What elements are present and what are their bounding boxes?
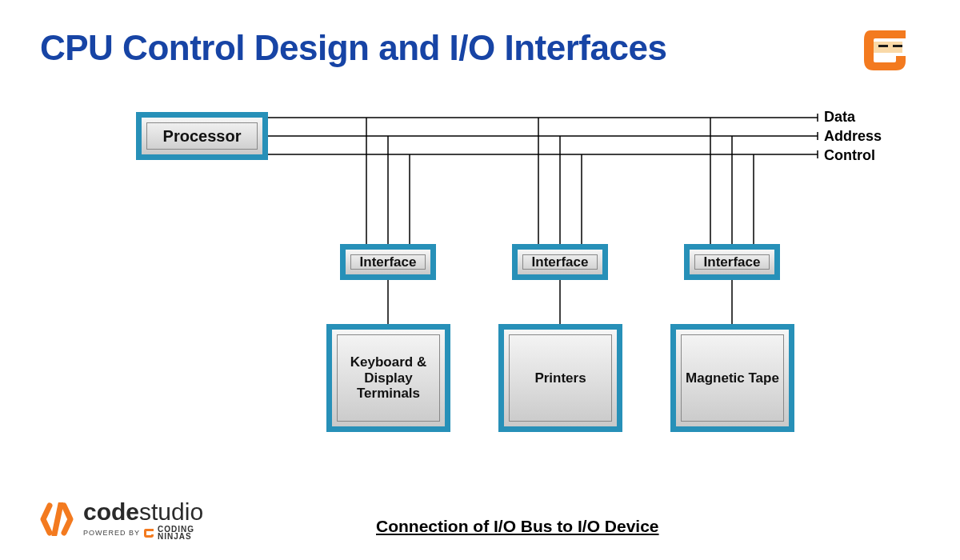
- codestudio-wordmark: codestudio: [83, 498, 203, 526]
- diagram-caption: Connection of I/O Bus to I/O Device: [376, 517, 659, 536]
- interface-box-3: Interface: [684, 244, 780, 280]
- codestudio-logo: codestudio POWERED BY CODING NINJAS: [40, 498, 203, 540]
- bus-label-address: Address: [824, 128, 882, 145]
- page-title: CPU Control Design and I/O Interfaces: [40, 28, 666, 68]
- coding-ninjas-logo-icon: [856, 24, 912, 76]
- device-label-2: Printers: [509, 334, 612, 422]
- interface-label-1: Interface: [350, 254, 426, 270]
- powered-by-label: POWERED BY CODING NINJAS: [83, 526, 203, 540]
- device-box-keyboard-terminals: Keyboard & Display Terminals: [326, 324, 450, 432]
- device-label-1: Keyboard & Display Terminals: [337, 334, 440, 422]
- processor-label: Processor: [146, 122, 258, 150]
- coding-ninjas-mini-icon: [143, 527, 154, 538]
- interface-label-2: Interface: [522, 254, 598, 270]
- interface-box-2: Interface: [512, 244, 608, 280]
- bus-label-control: Control: [824, 147, 875, 164]
- codestudio-icon: [40, 502, 78, 536]
- bus-label-data: Data: [824, 109, 855, 126]
- processor-box: Processor: [136, 112, 268, 160]
- device-label-3: Magnetic Tape: [681, 334, 784, 422]
- interface-label-3: Interface: [694, 254, 770, 270]
- interface-box-1: Interface: [340, 244, 436, 280]
- device-box-printers: Printers: [498, 324, 622, 432]
- device-box-magnetic-tape: Magnetic Tape: [670, 324, 794, 432]
- io-bus-diagram: Processor Data Address Control Interface…: [128, 104, 872, 440]
